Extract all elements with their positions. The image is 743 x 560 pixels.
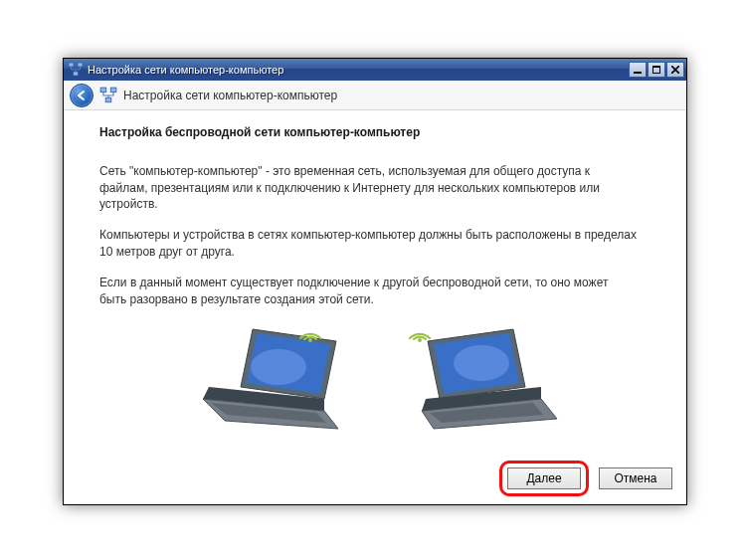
svg-rect-1: [78, 63, 83, 67]
titlebar-text: Настройка сети компьютер-компьютер: [88, 64, 629, 76]
wizard-header-title: Настройка сети компьютер-компьютер: [123, 89, 337, 102]
network-icon: [68, 62, 84, 78]
page-heading: Настройка беспроводной сети компьютер-ко…: [99, 124, 660, 141]
description-paragraph: Если в данный момент существует подключе…: [99, 275, 637, 308]
titlebar[interactable]: Настройка сети компьютер-компьютер: [64, 59, 686, 81]
highlight-annotation: Далее: [499, 461, 589, 496]
svg-point-12: [454, 345, 509, 381]
laptop-illustration: [191, 321, 360, 439]
close-button[interactable]: [666, 62, 684, 78]
minimize-button[interactable]: [629, 62, 647, 78]
svg-rect-3: [634, 72, 642, 74]
network-icon: [99, 87, 117, 104]
laptop-illustration: [400, 321, 569, 439]
wizard-footer: Далее Отмена: [499, 461, 672, 496]
svg-rect-8: [105, 97, 111, 102]
svg-rect-5: [652, 66, 660, 68]
back-button[interactable]: [70, 84, 93, 107]
svg-point-11: [418, 338, 422, 342]
svg-point-9: [308, 338, 312, 342]
cancel-button[interactable]: Отмена: [599, 467, 672, 489]
svg-point-10: [251, 349, 306, 385]
svg-rect-6: [100, 88, 106, 93]
wizard-header: Настройка сети компьютер-компьютер: [64, 81, 686, 110]
svg-rect-7: [110, 88, 116, 93]
wizard-content: Настройка беспроводной сети компьютер-ко…: [64, 110, 686, 447]
next-button[interactable]: Далее: [507, 467, 581, 489]
wifi-icon: [406, 319, 434, 348]
wifi-icon: [296, 319, 324, 348]
description-paragraph: Компьютеры и устройства в сетях компьюте…: [99, 227, 637, 261]
svg-rect-0: [69, 63, 74, 67]
illustration: [99, 321, 660, 439]
maximize-button[interactable]: [648, 62, 665, 78]
wizard-window: Настройка сети компьютер-компьютер: [63, 58, 687, 505]
description-paragraph: Сеть "компьютер-компьютер" - это временн…: [99, 163, 637, 213]
svg-rect-2: [74, 72, 79, 76]
